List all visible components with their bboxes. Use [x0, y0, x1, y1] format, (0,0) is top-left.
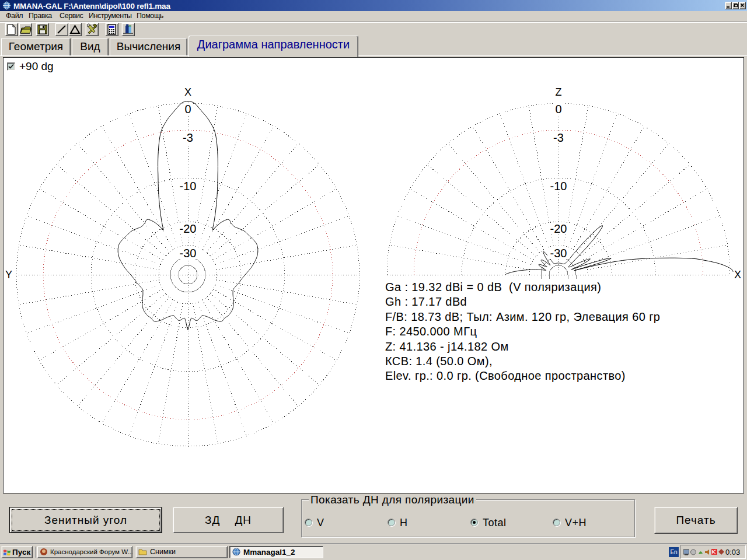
- svg-text:Y: Y: [5, 269, 12, 281]
- svg-text:-20: -20: [550, 222, 567, 235]
- svg-text:-10: -10: [550, 180, 567, 192]
- svg-text:0: 0: [184, 103, 191, 116]
- svg-text:Z: Z: [556, 86, 562, 98]
- svg-text:-3: -3: [183, 131, 193, 144]
- svg-text:X: X: [184, 86, 191, 98]
- svg-text:-20: -20: [180, 222, 197, 235]
- svg-text:-3: -3: [553, 131, 564, 144]
- svg-text:-30: -30: [180, 247, 197, 260]
- svg-text:X: X: [734, 269, 741, 281]
- svg-text:-30: -30: [550, 247, 567, 260]
- svg-text:-10: -10: [180, 180, 197, 192]
- svg-text:0: 0: [555, 103, 561, 116]
